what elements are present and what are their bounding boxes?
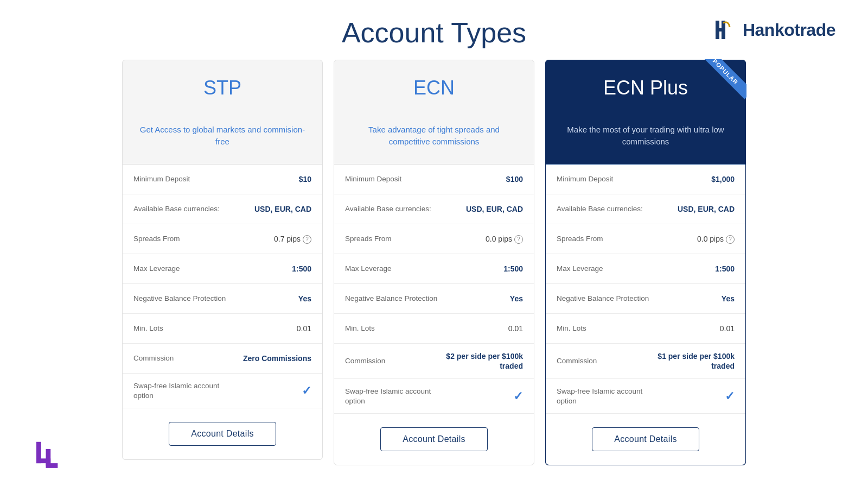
- row-label: Spreads From: [345, 234, 392, 244]
- svg-rect-6: [46, 463, 58, 468]
- tooltip-icon[interactable]: ?: [514, 235, 523, 244]
- row-value: Yes: [510, 294, 523, 304]
- card-ecn: ECN Take advantage of tight spreads and …: [334, 60, 534, 465]
- row-label: Commission: [557, 356, 597, 366]
- card-row: Max Leverage 1:500: [546, 254, 745, 284]
- row-value: 0.0 pips?: [486, 234, 523, 244]
- row-label: Spreads From: [557, 234, 603, 244]
- card-row: Commission $2 per side per $100k traded: [334, 344, 534, 379]
- row-label: Available Base currencies:: [133, 204, 220, 214]
- row-value: Yes: [298, 294, 311, 304]
- card-rows: Minimum Deposit $100 Available Base curr…: [334, 165, 534, 414]
- header: Account Types Hankotrade: [33, 16, 835, 49]
- row-value: 1:500: [292, 264, 311, 274]
- row-value: Zero Commissions: [243, 353, 311, 363]
- row-label: Swap-free Islamic account option: [345, 387, 443, 406]
- row-label: Minimum Deposit: [345, 174, 401, 184]
- card-row: Min. Lots 0.01: [123, 314, 322, 344]
- card-row: Min. Lots 0.01: [546, 314, 745, 344]
- account-details-button[interactable]: Account Details: [380, 427, 488, 451]
- account-details-button[interactable]: Account Details: [592, 427, 699, 451]
- row-value: $2 per side per $100k traded: [425, 351, 523, 371]
- card-row: Negative Balance Protection Yes: [334, 284, 534, 314]
- card-row: Minimum Deposit $100: [334, 165, 534, 194]
- card-name: STP: [133, 77, 311, 99]
- cards-container: STP Get Access to global markets and com…: [33, 60, 835, 465]
- card-row: Commission Zero Commissions: [123, 344, 322, 374]
- card-header: ECN: [334, 60, 534, 110]
- row-value: 0.0 pips?: [697, 234, 735, 244]
- card-row: Min. Lots 0.01: [334, 314, 534, 344]
- card-row: Commission $1 per side per $100k traded: [546, 344, 745, 379]
- card-description: Take advantage of tight spreads and comp…: [334, 110, 534, 165]
- row-label: Commission: [345, 356, 385, 366]
- row-label: Min. Lots: [133, 324, 163, 333]
- card-row: Negative Balance Protection Yes: [546, 284, 745, 314]
- card-row: Swap-free Islamic account option ✓: [334, 379, 534, 414]
- card-footer: Account Details: [123, 408, 322, 459]
- row-label: Min. Lots: [345, 324, 375, 333]
- row-value: $1,000: [711, 174, 735, 184]
- card-description: Make the most of your trading with ultra…: [546, 110, 745, 165]
- row-value: 0.01: [508, 324, 523, 333]
- row-value: USD, EUR, CAD: [678, 204, 735, 214]
- card-row: Available Base currencies: USD, EUR, CAD: [123, 194, 322, 224]
- checkmark-icon: ✓: [302, 384, 311, 398]
- row-label: Swap-free Islamic account option: [557, 387, 654, 406]
- account-details-button[interactable]: Account Details: [169, 422, 276, 446]
- card-row: Max Leverage 1:500: [123, 254, 322, 284]
- row-value: $1 per side per $100k traded: [637, 351, 735, 371]
- card-row: Spreads From 0.0 pips?: [546, 224, 745, 254]
- card-row: Spreads From 0.7 pips?: [123, 224, 322, 254]
- checkmark-icon: ✓: [513, 389, 523, 403]
- row-label: Swap-free Islamic account option: [133, 381, 231, 400]
- row-label: Minimum Deposit: [133, 174, 190, 184]
- brand-logo: Hankotrade: [713, 16, 835, 43]
- card-rows: Minimum Deposit $1,000 Available Base cu…: [546, 165, 745, 414]
- card-header: STP: [123, 60, 322, 110]
- row-label: Max Leverage: [133, 264, 180, 274]
- popular-badge-label: POPULAR: [698, 59, 746, 99]
- row-label: Min. Lots: [557, 324, 586, 333]
- row-value: USD, EUR, CAD: [466, 204, 523, 214]
- checkmark-icon: ✓: [725, 389, 735, 403]
- card-name: ECN: [345, 77, 523, 99]
- row-value: USD, EUR, CAD: [254, 204, 311, 214]
- card-row: Negative Balance Protection Yes: [123, 284, 322, 314]
- popular-badge: POPULAR: [698, 59, 746, 108]
- card-row: Swap-free Islamic account option ✓: [546, 379, 745, 414]
- card-row: Spreads From 0.0 pips?: [334, 224, 534, 254]
- card-row: Max Leverage 1:500: [334, 254, 534, 284]
- row-label: Available Base currencies:: [345, 204, 431, 214]
- row-value: $10: [299, 174, 311, 184]
- row-label: Max Leverage: [345, 264, 392, 274]
- logo-icon: [713, 16, 741, 43]
- page-title: Account Types: [342, 16, 526, 49]
- row-label: Negative Balance Protection: [557, 294, 649, 304]
- row-label: Commission: [133, 353, 174, 363]
- row-value: 1:500: [503, 264, 523, 274]
- tooltip-icon[interactable]: ?: [726, 235, 735, 244]
- row-value: 0.01: [297, 324, 311, 333]
- row-label: Max Leverage: [557, 264, 603, 274]
- card-footer: Account Details: [334, 414, 534, 465]
- row-label: Negative Balance Protection: [345, 294, 437, 304]
- bottom-brand-icon: [33, 437, 71, 475]
- row-label: Spreads From: [133, 234, 180, 244]
- card-row: Minimum Deposit $10: [123, 165, 322, 194]
- row-label: Minimum Deposit: [557, 174, 613, 184]
- card-row: Available Base currencies: USD, EUR, CAD: [546, 194, 745, 224]
- card-footer: Account Details: [546, 414, 745, 465]
- card-row: Available Base currencies: USD, EUR, CAD: [334, 194, 534, 224]
- logo-text: Hankotrade: [743, 20, 835, 40]
- card-row: Minimum Deposit $1,000: [546, 165, 745, 194]
- row-value: $100: [506, 174, 523, 184]
- card-description: Get Access to global markets and commisi…: [123, 110, 322, 165]
- card-stp: STP Get Access to global markets and com…: [122, 60, 323, 460]
- row-value: 0.01: [720, 324, 735, 333]
- row-label: Available Base currencies:: [557, 204, 643, 214]
- row-value: 1:500: [715, 264, 735, 274]
- tooltip-icon[interactable]: ?: [303, 235, 311, 244]
- row-label: Negative Balance Protection: [133, 294, 226, 304]
- card-ecn-plus: POPULAR ECN Plus Make the most of your t…: [545, 60, 746, 465]
